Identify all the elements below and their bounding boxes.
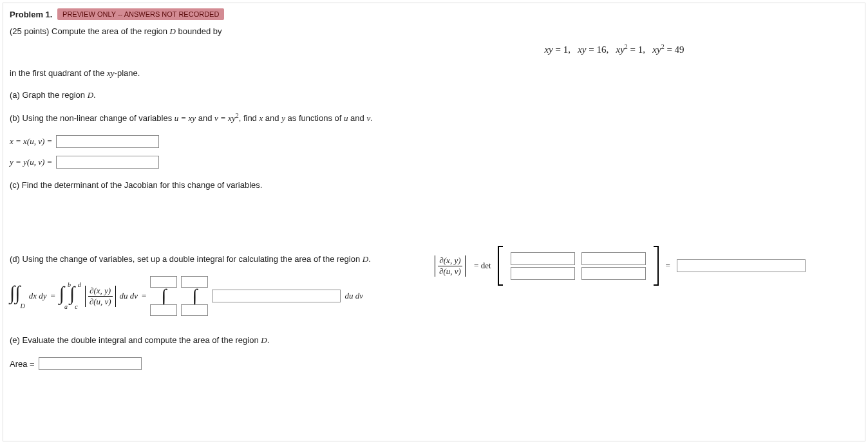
part-b-end: as functions of [285, 113, 344, 123]
part-b-and3: and [348, 113, 367, 123]
jac-num: ∂(x, y) [438, 255, 462, 266]
part-b-prefix: (b) Using the non-linear change of varia… [10, 113, 175, 123]
inner-int-limits: ∫ [181, 276, 208, 316]
preview-badge: PREVIEW ONLY -- ANSWERS NOT RECORDED [57, 8, 224, 20]
matrix-cell-22[interactable] [581, 267, 646, 280]
x-input[interactable] [56, 135, 159, 148]
part-a-dot: . [93, 90, 96, 100]
eq-det: = det [472, 261, 491, 271]
problem-header: Problem 1. PREVIEW ONLY -- ANSWERS NOT R… [10, 8, 858, 20]
area-label: Area = [10, 359, 35, 369]
part-d-var: D [363, 254, 368, 264]
region-var: D [170, 26, 176, 36]
part-a-var: D [88, 90, 93, 100]
part-b-suffix: , find [239, 113, 259, 123]
part-a-text: (a) Graph the region [10, 90, 88, 100]
part-a: (a) Graph the region D. [10, 90, 858, 100]
eq1: = [50, 291, 55, 301]
part-e-var: D [261, 335, 267, 345]
double-integral-icon: ∫∫D [10, 283, 25, 310]
quadrant-prefix: in the first quadrant of the [10, 68, 107, 78]
int-d: d [78, 281, 81, 288]
part-b: (b) Using the non-linear change of varia… [10, 112, 858, 124]
points-text: (25 points) Compute the area of the regi… [10, 26, 170, 36]
matrix-cell-21[interactable] [511, 267, 575, 280]
part-e-dot: . [267, 335, 270, 345]
dudv1: du dv [120, 291, 138, 301]
eq2: = [142, 291, 146, 301]
inner-lower-input[interactable] [181, 304, 208, 316]
right-bracket-icon [654, 246, 659, 286]
u-def: u = xy [175, 113, 196, 123]
area-row: Area = [10, 357, 858, 370]
part-b-dot: . [370, 113, 373, 123]
y-label: y = y(u, v) = [10, 157, 52, 167]
part-b-and2: and [263, 113, 281, 123]
jac-num2: ∂(x, y) [88, 286, 113, 297]
problem-page: Problem 1. PREVIEW ONLY -- ANSWERS NOT R… [3, 3, 865, 441]
quadrant-suffix: -plane. [115, 68, 140, 78]
int-c: c [75, 303, 77, 310]
y-input-row: y = y(u, v) = [10, 156, 858, 169]
matrix [498, 246, 659, 286]
integrand-input[interactable] [212, 290, 341, 302]
integral2-icon: ∫ [192, 286, 197, 306]
points-suffix: bounded by [176, 26, 222, 36]
matrix-cell-12[interactable] [581, 252, 646, 265]
eq-sign: = [665, 261, 670, 271]
int-sub-D: D [20, 302, 24, 310]
part-e-text: (e) Evaluate the double integral and com… [10, 335, 261, 345]
points-line: (25 points) Compute the area of the regi… [10, 26, 858, 37]
jacobian-fraction-icon: ∂(x, y) ∂(u, v) [435, 255, 466, 277]
xy-var: xy [107, 68, 115, 78]
jacobian-row: ∂(x, y) ∂(u, v) = det = [435, 246, 806, 286]
part-e: (e) Evaluate the double integral and com… [10, 335, 858, 346]
outer-lower-input[interactable] [150, 304, 177, 316]
matrix-cells [505, 248, 652, 284]
y-input[interactable] [56, 156, 159, 169]
quadrant-line: in the first quadrant of the xy-plane. [10, 68, 858, 79]
jac-den2: ∂(u, v) [88, 297, 113, 307]
problem-label: Problem 1. [10, 10, 52, 19]
int-cd-icon: ∫cd [70, 282, 81, 310]
part-c: (c) Find the determinant of the Jacobian… [10, 180, 858, 190]
x-input-row: x = x(u, v) = [10, 135, 858, 148]
area-input[interactable] [39, 357, 142, 370]
dxdy: dx dy [29, 291, 47, 301]
jac-den: ∂(u, v) [438, 266, 462, 277]
jacobian-result-input[interactable] [677, 259, 806, 272]
part-b-and: and [198, 113, 214, 123]
v-def: v = xy [214, 113, 236, 123]
matrix-cell-11[interactable] [511, 252, 575, 265]
bounding-equations: xy = 1, xy = 16, xy2 = 1, xy2 = 49 [10, 43, 858, 55]
part-d-text: (d) Using the change of variables, set u… [10, 254, 363, 264]
part-c-text: (c) Find the determinant of the Jacobian… [10, 180, 262, 190]
int-a: a [64, 303, 68, 310]
equation-text: xy = 1, xy = 16, xy2 = 1, xy2 = 49 [544, 44, 684, 55]
jacobian-fraction2-icon: ∂(x, y) ∂(u, v) [85, 286, 116, 307]
outer-int-limits: ∫ [150, 276, 177, 316]
integral-icon: ∫ [161, 286, 166, 306]
dudv2: du dv [344, 291, 363, 301]
part-d-dot: . [368, 254, 371, 264]
x-label: x = x(u, v) = [10, 136, 52, 147]
left-bracket-icon [498, 246, 503, 286]
